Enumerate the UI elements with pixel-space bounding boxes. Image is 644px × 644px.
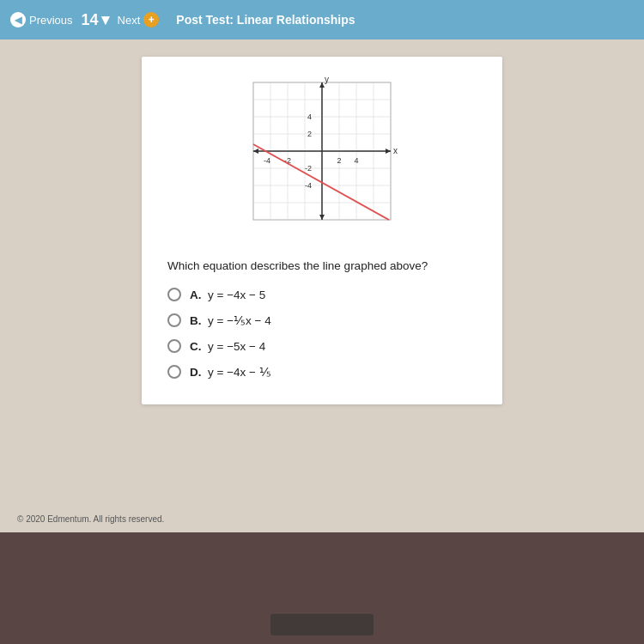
prev-icon: ◀: [10, 12, 26, 27]
option-b-equation: y = −⅕x − 4: [208, 314, 271, 327]
next-icon: +: [143, 12, 159, 27]
top-nav: ◀ Previous 14 ▾ Next + Post Test: Linear…: [0, 0, 644, 39]
answer-option-a[interactable]: A. y = −4x − 5: [167, 288, 477, 301]
answer-label-a: A. y = −4x − 5: [190, 289, 265, 301]
option-c-equation: y = −5x − 4: [208, 340, 265, 353]
page-number[interactable]: 14 ▾: [82, 10, 109, 29]
svg-text:4: 4: [354, 156, 358, 165]
next-button[interactable]: Next +: [118, 12, 160, 27]
question-card: x y -4 -2 2 4 4 2 -2 -4: [142, 57, 502, 404]
question-text: Which equation describes the line graphe…: [167, 259, 477, 272]
coordinate-graph: x y -4 -2 2 4 4 2 -2 -4: [236, 74, 408, 246]
screen-area: ◀ Previous 14 ▾ Next + Post Test: Linear…: [0, 0, 644, 532]
option-c-letter: C.: [190, 340, 202, 353]
svg-text:x: x: [393, 146, 398, 155]
footer-text: © 2020 Edmentum. All rights reserved.: [17, 514, 164, 524]
answer-option-b[interactable]: B. y = −⅕x − 4: [167, 313, 477, 327]
chevron-down-icon: ▾: [101, 10, 109, 29]
answer-label-c: C. y = −5x − 4: [190, 340, 265, 353]
option-a-equation: y = −4x − 5: [208, 289, 265, 301]
svg-text:-2: -2: [305, 164, 312, 173]
page-title: Post Test: Linear Relationships: [176, 13, 355, 27]
radio-a[interactable]: [167, 288, 181, 301]
svg-text:2: 2: [307, 130, 312, 138]
radio-b[interactable]: [167, 313, 181, 327]
svg-text:-4: -4: [305, 181, 312, 190]
answer-label-b: B. y = −⅕x − 4: [190, 313, 271, 327]
keyboard-area: [270, 614, 374, 635]
answer-choices: A. y = −4x − 5 B. y = −⅕x − 4 C.: [167, 288, 477, 379]
svg-text:-4: -4: [264, 156, 270, 165]
option-d-equation: y = −4x − ⅕: [208, 366, 271, 379]
svg-text:y: y: [325, 75, 329, 84]
option-d-letter: D.: [190, 366, 202, 379]
next-label: Next: [118, 14, 141, 27]
answer-label-d: D. y = −4x − ⅕: [190, 365, 271, 379]
option-a-letter: A.: [190, 289, 202, 301]
page-num-value: 14: [82, 11, 99, 29]
answer-option-d[interactable]: D. y = −4x − ⅕: [167, 365, 477, 379]
laptop-bezel: [0, 532, 644, 644]
prev-label: Previous: [29, 14, 73, 27]
option-b-letter: B.: [190, 314, 202, 327]
svg-text:4: 4: [307, 112, 312, 121]
radio-c[interactable]: [167, 339, 181, 353]
graph-container: x y -4 -2 2 4 4 2 -2 -4: [167, 74, 477, 246]
answer-option-c[interactable]: C. y = −5x − 4: [167, 339, 477, 353]
content-area: x y -4 -2 2 4 4 2 -2 -4: [0, 39, 644, 532]
prev-button[interactable]: ◀ Previous: [10, 12, 73, 27]
svg-text:2: 2: [337, 156, 341, 165]
radio-d[interactable]: [167, 365, 181, 379]
